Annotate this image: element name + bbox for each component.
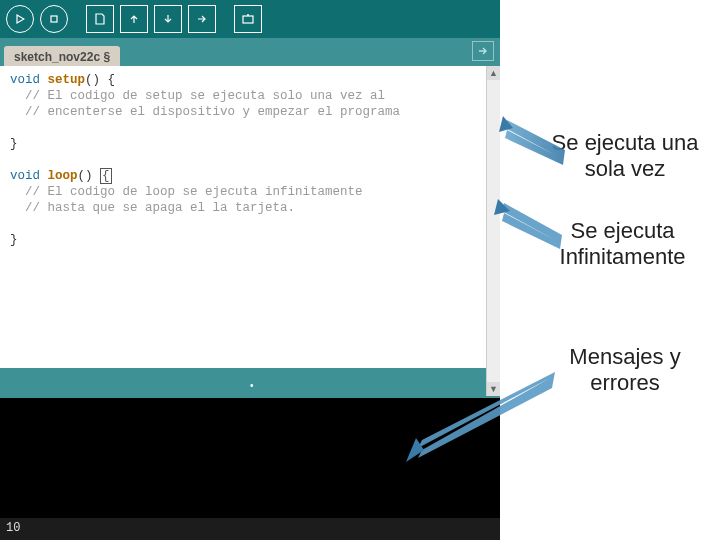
function-loop: loop — [48, 169, 78, 183]
open-button[interactable] — [120, 5, 148, 33]
comment: // hasta que se apaga el la tarjeta. — [10, 201, 295, 215]
vertical-scrollbar[interactable]: ▲ ▼ — [486, 66, 500, 396]
svg-marker-5 — [499, 116, 513, 132]
arduino-ide-window: sketch_nov22c § void setup() { // El cod… — [0, 0, 500, 540]
punct: } — [10, 137, 18, 151]
save-button[interactable] — [154, 5, 182, 33]
annotation-setup: Se ejecuta una sola vez — [540, 130, 710, 182]
tab-bar: sketch_nov22c § — [0, 38, 500, 66]
svg-marker-0 — [17, 15, 24, 23]
scroll-down-button[interactable]: ▼ — [487, 382, 500, 396]
upload-button[interactable] — [188, 5, 216, 33]
comment: // El codigo de loop se ejecuta infinita… — [10, 185, 363, 199]
run-button[interactable] — [6, 5, 34, 33]
toolbar — [0, 0, 500, 38]
svg-rect-1 — [51, 16, 57, 22]
annotation-console: Mensajes y errores — [545, 344, 705, 396]
punct: } — [10, 233, 18, 247]
keyword-void: void — [10, 73, 48, 87]
comment: // El codigo de setup se ejecuta solo un… — [10, 89, 385, 103]
new-button[interactable] — [86, 5, 114, 33]
svg-rect-2 — [243, 16, 253, 23]
punct: () — [78, 169, 101, 183]
svg-point-3 — [247, 14, 249, 16]
status-indicator: • — [250, 380, 254, 391]
keyword-void: void — [10, 169, 48, 183]
text-cursor: { — [100, 168, 112, 184]
stop-button[interactable] — [40, 5, 68, 33]
tab-menu-button[interactable] — [472, 41, 494, 61]
serial-monitor-button[interactable] — [234, 5, 262, 33]
code-editor[interactable]: void setup() { // El codigo de setup se … — [0, 66, 500, 368]
sketch-tab[interactable]: sketch_nov22c § — [4, 46, 120, 66]
footer-bar: 10 — [0, 518, 500, 540]
annotation-loop: Se ejecuta Infinitamente — [525, 218, 720, 270]
status-bar: • — [0, 368, 500, 398]
console-panel[interactable] — [0, 398, 500, 518]
function-setup: setup — [48, 73, 86, 87]
scroll-up-button[interactable]: ▲ — [487, 66, 500, 80]
line-number: 10 — [6, 521, 20, 535]
punct: () { — [85, 73, 115, 87]
comment: // encenterse el dispositivo y empezar e… — [10, 105, 400, 119]
